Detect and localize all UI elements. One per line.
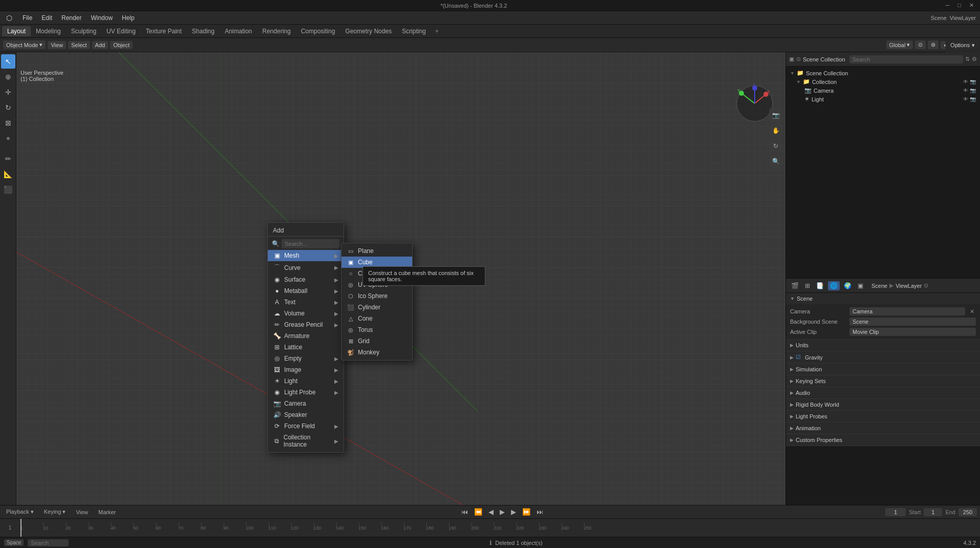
custom-properties-section-header[interactable]: ▶ Custom Properties bbox=[786, 434, 980, 446]
menu-mesh[interactable]: ▣ Mesh ▶ bbox=[268, 250, 344, 261]
mesh-torus[interactable]: ◎ Torus bbox=[342, 324, 412, 335]
menu-light[interactable]: ☀ Light ▶ bbox=[268, 375, 344, 387]
options-button[interactable]: Options ▾ bbox=[945, 38, 980, 52]
view-rotate-scene-icon[interactable]: ↻ bbox=[769, 139, 782, 153]
menu-camera[interactable]: 📷 Camera bbox=[268, 398, 344, 409]
units-section-header[interactable]: ▶ Units bbox=[786, 340, 980, 351]
camera-remove-icon[interactable]: ✕ bbox=[968, 308, 976, 315]
playback-menu[interactable]: Playback bbox=[3, 508, 37, 516]
menu-text[interactable]: A Text ▶ bbox=[268, 297, 344, 308]
tab-scripting[interactable]: Scripting bbox=[397, 26, 431, 36]
menu-curve[interactable]: ⌒ Curve ▶ bbox=[268, 261, 344, 274]
keying-menu[interactable]: Keying bbox=[41, 508, 69, 516]
units-section[interactable]: ▶ Units bbox=[786, 340, 980, 351]
window-controls[interactable]: ─ □ ✕ bbox=[944, 2, 976, 9]
next-keyframe-button[interactable]: ⏩ bbox=[521, 508, 532, 516]
tool-select[interactable]: ↖ bbox=[1, 54, 15, 69]
tab-rendering[interactable]: Rendering bbox=[257, 26, 295, 36]
tab-layout[interactable]: Layout bbox=[2, 26, 31, 36]
outliner-search-input[interactable] bbox=[849, 55, 963, 64]
menu-metaball[interactable]: ● Metaball ▶ bbox=[268, 285, 344, 297]
close-button[interactable]: ✕ bbox=[967, 2, 976, 9]
camera-prop-value[interactable]: Camera bbox=[849, 307, 965, 315]
bg-scene-value[interactable]: Scene bbox=[849, 318, 976, 326]
select-menu[interactable]: Select bbox=[68, 41, 90, 49]
rigid-body-world-section[interactable]: ▶ Rigid Body World bbox=[786, 399, 980, 411]
tab-geometry-nodes[interactable]: Geometry Nodes bbox=[340, 26, 397, 36]
outliner-collection[interactable]: ▼ 📁 Collection 👁 📷 bbox=[786, 77, 980, 86]
start-frame-value[interactable]: 1 bbox=[924, 508, 942, 516]
menu-collection-instance[interactable]: ⧉ Collection Instance ▶ bbox=[268, 432, 344, 450]
outliner-sort-icon[interactable]: ⇅ bbox=[965, 56, 970, 62]
collection-render-icon[interactable]: 📷 bbox=[970, 79, 976, 85]
menu-image[interactable]: 🖼 Image ▶ bbox=[268, 364, 344, 375]
tab-add-button[interactable]: + bbox=[431, 26, 443, 36]
camera-render-icon[interactable]: 📷 bbox=[970, 88, 976, 93]
tab-shading[interactable]: Shading bbox=[187, 26, 220, 36]
transform-selector[interactable]: Global ▾ bbox=[886, 40, 913, 49]
menu-light-probe[interactable]: ◉ Light Probe ▶ bbox=[268, 387, 344, 398]
play-button[interactable]: ▶ bbox=[498, 508, 506, 516]
audio-section[interactable]: ▶ Audio bbox=[786, 387, 980, 399]
prev-frame-button[interactable]: ◀ bbox=[487, 508, 495, 516]
light-probes-section-header[interactable]: ▶ Light Probes bbox=[786, 411, 980, 422]
scene-section-header[interactable]: ▼ Scene bbox=[786, 293, 980, 304]
next-frame-button[interactable]: ▶ bbox=[509, 508, 518, 516]
menu-surface[interactable]: ◉ Surface ▶ bbox=[268, 274, 344, 285]
view-layer-prop-icon[interactable]: 📑 bbox=[814, 281, 826, 290]
scene-prop-icon[interactable]: 🌐 bbox=[828, 281, 840, 290]
light-render-icon[interactable]: 📷 bbox=[970, 96, 976, 102]
mesh-cylinder[interactable]: ⬛ Cylinder bbox=[342, 302, 412, 313]
maximize-button[interactable]: □ bbox=[955, 2, 963, 9]
prop-filter-icon[interactable]: ⊙ bbox=[924, 282, 928, 289]
collection-eye-icon[interactable]: 👁 bbox=[963, 79, 968, 85]
outliner-view-icon[interactable]: ⊙ bbox=[796, 56, 801, 62]
add-menu-search-input[interactable] bbox=[282, 239, 339, 248]
light-probes-section[interactable]: ▶ Light Probes bbox=[786, 411, 980, 423]
statusbar-search-input[interactable] bbox=[28, 539, 69, 546]
view-zoom-icon[interactable]: 🔍 bbox=[769, 155, 782, 168]
scene-section[interactable]: ▼ Scene Camera Camera ✕ Background Scene… bbox=[786, 293, 980, 340]
active-clip-value[interactable]: Movie Clip bbox=[849, 328, 976, 336]
outliner-light[interactable]: ☀ Light 👁 📷 bbox=[786, 95, 980, 103]
keying-sets-section[interactable]: ▶ Keying Sets bbox=[786, 375, 980, 387]
menu-empty[interactable]: ◎ Empty ▶ bbox=[268, 353, 344, 364]
end-frame-value[interactable]: 250 bbox=[958, 508, 977, 516]
menu-armature[interactable]: 🦴 Armature bbox=[268, 330, 344, 342]
mesh-cone[interactable]: △ Cone bbox=[342, 313, 412, 324]
gravity-section-header[interactable]: ▶ ☑ Gravity bbox=[786, 351, 980, 363]
tool-add-cube[interactable]: ⬛ bbox=[1, 182, 15, 197]
tab-animation[interactable]: Animation bbox=[220, 26, 257, 36]
world-prop-icon[interactable]: 🌍 bbox=[842, 281, 854, 290]
menu-window[interactable]: Window bbox=[87, 13, 117, 23]
gravity-checkbox[interactable]: ☑ bbox=[796, 354, 801, 361]
tab-compositing[interactable]: Compositing bbox=[296, 26, 340, 36]
outliner-settings-icon[interactable]: ⚙ bbox=[972, 56, 977, 62]
prev-keyframe-button[interactable]: ⏪ bbox=[473, 508, 484, 516]
view-pan-icon[interactable]: ✋ bbox=[769, 124, 782, 137]
mesh-circle[interactable]: ○ Circle bbox=[342, 268, 412, 279]
menu-file[interactable]: File bbox=[18, 13, 36, 23]
mesh-ico-sphere[interactable]: ⬡ Ico Sphere bbox=[342, 290, 412, 302]
render-prop-icon[interactable]: 🎬 bbox=[789, 281, 801, 290]
menu-lattice[interactable]: ⊞ Lattice bbox=[268, 342, 344, 353]
proportional-edit[interactable]: ⊚ bbox=[928, 40, 939, 49]
animation-section[interactable]: ▶ Animation bbox=[786, 423, 980, 434]
rigid-body-world-section-header[interactable]: ▶ Rigid Body World bbox=[786, 399, 980, 410]
gravity-section[interactable]: ▶ ☑ Gravity bbox=[786, 351, 980, 364]
mesh-monkey[interactable]: 🐒 Monkey bbox=[342, 347, 412, 358]
menu-grease-pencil[interactable]: ✏ Grease Pencil ▶ bbox=[268, 319, 344, 330]
animation-section-header[interactable]: ▶ Animation bbox=[786, 423, 980, 434]
jump-start-button[interactable]: ⏮ bbox=[460, 508, 470, 516]
tool-cursor[interactable]: ⊕ bbox=[1, 70, 15, 84]
add-menu-search[interactable]: 🔍 bbox=[268, 238, 344, 250]
tool-transform[interactable]: ⌖ bbox=[1, 131, 15, 145]
custom-properties-section[interactable]: ▶ Custom Properties bbox=[786, 434, 980, 446]
simulation-section[interactable]: ▶ Simulation bbox=[786, 364, 980, 375]
mesh-uv-sphere[interactable]: ◎ UV Sphere bbox=[342, 279, 412, 290]
tab-uv-editing[interactable]: UV Editing bbox=[101, 26, 141, 36]
mode-selector[interactable]: Object Mode ▾ bbox=[3, 40, 46, 49]
current-frame-display[interactable]: 1 bbox=[885, 508, 906, 516]
menu-edit[interactable]: Edit bbox=[37, 13, 56, 23]
tool-rotate[interactable]: ↻ bbox=[1, 100, 15, 115]
